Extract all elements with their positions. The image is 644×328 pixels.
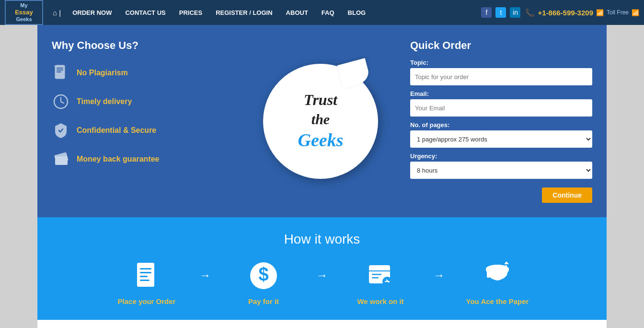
money-back-icon [52, 150, 70, 168]
urgency-group: Urgency: 3 hours 6 hours 8 hours 12 hour… [410, 152, 592, 179]
place-order-icon [131, 259, 162, 293]
svg-rect-13 [140, 280, 150, 281]
nav-register-login[interactable]: REGISTER / LOGIN [209, 0, 279, 25]
trust-text: Trust the Geeks [298, 90, 344, 152]
no-plagiarism-icon [52, 64, 70, 82]
trust-circle: Trust the Geeks [263, 64, 378, 179]
navbar: My Essay Geeks ⌂ | ORDER NOW CONTACT US … [0, 0, 644, 25]
pages-label: No. of pages: [410, 121, 592, 129]
nav-blog[interactable]: BLOG [341, 0, 373, 25]
ace-icon [482, 259, 513, 293]
topic-group: Topic: [410, 59, 592, 85]
step-ace: You Ace the Paper [449, 259, 545, 305]
urgency-label: Urgency: [410, 152, 592, 160]
svg-rect-3 [57, 71, 61, 72]
nav-faq[interactable]: FAQ [315, 0, 341, 25]
nav-contact-us[interactable]: CONTACT US [118, 0, 172, 25]
form-actions: Continue [410, 184, 592, 203]
feature-money-back: Money back guarantee [52, 150, 231, 168]
confidential-icon [52, 121, 70, 140]
svg-rect-18 [372, 274, 381, 275]
svg-rect-10 [140, 268, 151, 269]
no-plagiarism-label: No Plagiarism [77, 69, 128, 77]
nav-order-now[interactable]: ORDER NOW [66, 0, 118, 25]
feature-no-plagiarism: No Plagiarism [52, 64, 231, 82]
svg-text:$: $ [258, 264, 268, 284]
email-input[interactable] [410, 99, 592, 117]
pages-select[interactable]: 1 page/approx 275 words 2 pages/approx 5… [410, 130, 592, 148]
pay-label: Pay for it [248, 297, 279, 305]
phone-area: 📞 +1-866-599-3209 📶 Toll Free 📶 [525, 8, 639, 17]
svg-rect-27 [505, 265, 507, 276]
trust-line1: Trust [298, 90, 344, 110]
nav-prices[interactable]: PRICES [172, 0, 209, 25]
how-it-works-section: How it works Place your Order → [37, 217, 607, 320]
svg-rect-12 [140, 276, 148, 277]
work-label: We work on it [357, 297, 403, 305]
topic-input[interactable] [410, 68, 592, 85]
quick-order-title: Quick Order [410, 39, 592, 52]
toll-free-label: Toll Free [607, 9, 629, 16]
how-it-works-title: How it works [52, 232, 592, 247]
linkedin-icon[interactable]: in [510, 7, 520, 18]
feature-list: No Plagiarism Timely delivery [52, 64, 231, 168]
logo[interactable]: My Essay Geeks [5, 0, 43, 25]
step-pay: $ Pay for it [216, 259, 311, 305]
money-back-label: Money back guarantee [77, 155, 160, 164]
work-icon [365, 259, 396, 293]
svg-rect-8 [55, 156, 68, 165]
social-icons: f t in [481, 7, 520, 18]
svg-rect-2 [57, 70, 63, 70]
svg-line-6 [61, 102, 64, 103]
hero-section: Why Choose Us? No Plagiarism [37, 25, 607, 217]
facebook-icon[interactable]: f [481, 7, 492, 18]
svg-rect-1 [57, 68, 63, 69]
feature-confidential: Confidential & Secure [52, 121, 231, 140]
svg-rect-19 [372, 277, 379, 279]
step-work: We work on it [333, 259, 428, 305]
urgency-select[interactable]: 3 hours 6 hours 8 hours 12 hours 24 hour… [410, 162, 592, 179]
quick-order-panel: Quick Order Topic: Email: No. of pages: … [410, 39, 592, 203]
why-title: Why Choose Us? [52, 39, 231, 52]
arrow-2: → [311, 269, 333, 282]
step-place-order: Place your Order [99, 259, 195, 305]
bottom-section: Our Stats Our Products [37, 320, 607, 328]
timely-delivery-icon [52, 93, 70, 111]
nav-links: ORDER NOW CONTACT US PRICES REGISTER / L… [66, 0, 476, 25]
phone-number[interactable]: +1-866-599-3209 [538, 9, 593, 17]
trust-line2: the [298, 110, 344, 129]
ace-label: You Ace the Paper [466, 297, 529, 305]
timely-delivery-label: Timely delivery [77, 97, 132, 106]
twitter-icon[interactable]: t [495, 7, 506, 18]
why-choose-us: Why Choose Us? No Plagiarism [52, 39, 231, 203]
arrow-3: → [428, 269, 449, 282]
confidential-label: Confidential & Secure [77, 126, 156, 135]
main-wrapper: Why Choose Us? No Plagiarism [0, 25, 644, 328]
place-order-label: Place your Order [118, 297, 176, 305]
steps-row: Place your Order → $ Pay for it → [52, 259, 592, 305]
svg-rect-9 [137, 263, 154, 287]
email-group: Email: [410, 90, 592, 117]
svg-rect-11 [140, 272, 151, 273]
center-col: Trust the Geeks [231, 39, 410, 203]
trust-line3: Geeks [298, 129, 344, 152]
continue-button[interactable]: Continue [542, 187, 592, 203]
feature-timely-delivery: Timely delivery [52, 93, 231, 111]
arrow-1: → [195, 269, 216, 282]
pages-group: No. of pages: 1 page/approx 275 words 2 … [410, 121, 592, 148]
topic-label: Topic: [410, 59, 592, 66]
nav-about[interactable]: ABOUT [279, 0, 315, 25]
email-label: Email: [410, 90, 592, 97]
home-icon[interactable]: ⌂ | [48, 0, 66, 25]
pay-icon: $ [248, 259, 279, 293]
svg-marker-28 [504, 261, 509, 264]
